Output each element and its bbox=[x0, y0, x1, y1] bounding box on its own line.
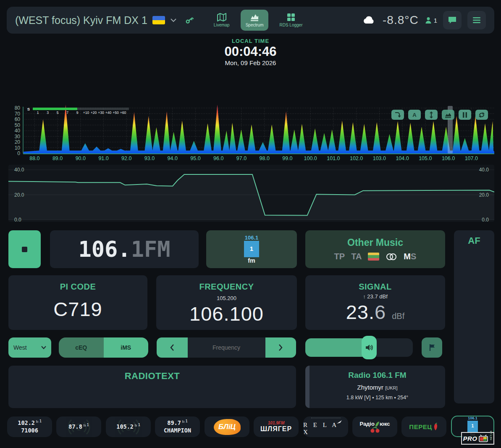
radiotext-title: RADIOTEXT bbox=[8, 371, 296, 382]
tv-icon bbox=[479, 435, 488, 442]
tab-rds-logger[interactable]: RDS Logger bbox=[274, 10, 307, 31]
bird-icon bbox=[336, 420, 342, 424]
svg-text:90.0: 90.0 bbox=[76, 155, 86, 161]
clock-label: LOCAL TIME bbox=[0, 38, 501, 44]
svg-text:+10: +10 bbox=[83, 111, 89, 115]
pi-code-card: PI CODE C719 bbox=[8, 275, 147, 330]
preset-perec[interactable]: ПЕРЕЦ bbox=[401, 416, 446, 437]
frequency-title: FREQUENCY bbox=[156, 282, 297, 292]
svg-text:103.0: 103.0 bbox=[373, 155, 386, 161]
vertical-scale-button[interactable] bbox=[425, 110, 438, 120]
preset-radio-lux[interactable]: Радіо юкс bbox=[352, 416, 397, 437]
preset-shlyager[interactable]: 101.9FM ШЛЯГЕР bbox=[254, 416, 299, 437]
svg-text:97.0: 97.0 bbox=[236, 155, 247, 161]
antenna-icon bbox=[83, 424, 87, 427]
ims-button[interactable]: iMS bbox=[104, 337, 149, 358]
station-logo-card: 106.1 1 fm bbox=[206, 230, 297, 268]
scan-down-button[interactable] bbox=[391, 110, 404, 120]
protv-watermark: PRO NET.UA bbox=[461, 432, 494, 445]
svg-text:0: 0 bbox=[17, 150, 20, 156]
antenna-icon bbox=[36, 420, 39, 423]
svg-text:50: 50 bbox=[15, 122, 21, 128]
svg-text:+20: +20 bbox=[91, 111, 97, 115]
af-list-panel: AF bbox=[454, 230, 494, 403]
station-info-card: Radio 106.1 FM Zhytomyr [UKR] 1.8 kW [V]… bbox=[305, 366, 445, 408]
volume-fill bbox=[305, 338, 368, 357]
stop-icon bbox=[22, 247, 27, 252]
s-meter: S13579+10+20+30+40+50+60 bbox=[27, 107, 129, 115]
svg-text:40.0: 40.0 bbox=[479, 167, 489, 173]
tab-spectrum[interactable]: Spectrum bbox=[241, 10, 269, 31]
frequency-secondary: 105.200 bbox=[156, 295, 297, 301]
antenna-select[interactable]: West bbox=[8, 337, 51, 358]
stop-playback-button[interactable] bbox=[8, 230, 41, 268]
frequency-down-button[interactable] bbox=[157, 337, 188, 358]
svg-text:0.0: 0.0 bbox=[14, 217, 21, 222]
volume-slider[interactable] bbox=[305, 338, 413, 357]
tab-spectrum-label: Spectrum bbox=[246, 23, 264, 27]
scrollbar[interactable] bbox=[305, 366, 310, 408]
af-title: AF bbox=[454, 235, 494, 246]
tab-livemap[interactable]: Livemap bbox=[209, 10, 235, 31]
perec-logo: ПЕРЕЦ bbox=[409, 422, 438, 432]
clock-time: 00:04:46 bbox=[0, 44, 501, 59]
station-details: 1.8 kW [V] ▪ 125 km ▪ 254° bbox=[310, 395, 445, 401]
frequency-display-main: 106. bbox=[78, 237, 131, 262]
shlyager-frequency: 101.9FM bbox=[268, 421, 284, 425]
tab-rds-logger-label: RDS Logger bbox=[279, 23, 302, 27]
tab-livemap-label: Livemap bbox=[214, 23, 230, 27]
preset-102-2[interactable]: 102.21 71006 bbox=[7, 416, 52, 437]
frequency-value: 106.100 bbox=[156, 302, 297, 325]
eq-ims-toggle: cEQ iMS bbox=[59, 337, 148, 358]
graph-style-button[interactable] bbox=[442, 110, 454, 120]
spectrum-y-labels: 01020304050607080 bbox=[15, 105, 21, 156]
svg-text:40: 40 bbox=[15, 128, 21, 134]
local-clock: LOCAL TIME 00:04:46 Mon, 09 Feb 2026 bbox=[0, 38, 501, 66]
svg-text:99.0: 99.0 bbox=[282, 155, 292, 161]
tp-flag: TP bbox=[334, 252, 345, 261]
spectrum-toolbar: A bbox=[391, 110, 488, 120]
frequency-display: 106.1FM bbox=[50, 230, 199, 268]
chat-button[interactable] bbox=[443, 11, 462, 29]
ceq-button[interactable]: cEQ bbox=[59, 337, 104, 358]
weather-cloud-icon bbox=[362, 15, 377, 25]
server-title[interactable]: (WEST focus) Kyiv FM DX 1 bbox=[15, 14, 147, 26]
hamburger-icon bbox=[472, 17, 481, 24]
map-icon bbox=[217, 13, 226, 21]
chat-icon bbox=[448, 16, 457, 24]
report-flag-button[interactable] bbox=[422, 337, 442, 358]
menu-button[interactable] bbox=[467, 11, 486, 29]
svg-text:70: 70 bbox=[15, 111, 21, 117]
chevron-right-icon bbox=[278, 344, 283, 351]
pi-code-title: PI CODE bbox=[8, 282, 147, 292]
fm-dx-app: (WEST focus) Kyiv FM DX 1 Livemap Spec bbox=[0, 0, 501, 448]
svg-text:1: 1 bbox=[37, 111, 39, 115]
refresh-button[interactable] bbox=[475, 110, 488, 120]
flag-icon bbox=[429, 344, 435, 351]
preset-relax[interactable]: R E L A X bbox=[303, 416, 348, 437]
station-name: Radio 106.1 FM bbox=[310, 371, 445, 380]
svg-text:+60: +60 bbox=[120, 111, 126, 115]
chevron-down-icon[interactable] bbox=[170, 18, 177, 22]
auto-mode-button[interactable]: A bbox=[408, 110, 421, 120]
signal-title: SIGNAL bbox=[305, 282, 445, 292]
svg-text:102.0: 102.0 bbox=[350, 155, 363, 161]
frequency-input[interactable] bbox=[188, 337, 265, 358]
frequency-card: FREQUENCY 105.200 106.100 bbox=[156, 275, 297, 330]
preset-105-2[interactable]: 105.21 bbox=[106, 416, 151, 437]
ta-flag: TA bbox=[351, 252, 362, 261]
volume-thumb[interactable] bbox=[362, 336, 377, 359]
preset-champion[interactable]: 89.71 CHAMPION bbox=[155, 416, 200, 437]
pause-button[interactable] bbox=[459, 110, 471, 120]
lithuania-flag-icon bbox=[368, 253, 379, 261]
svg-text:0.0: 0.0 bbox=[482, 217, 489, 222]
svg-text:92.0: 92.0 bbox=[121, 155, 131, 161]
station-country: [UKR] bbox=[385, 385, 397, 390]
cherries-icon bbox=[369, 427, 381, 433]
frequency-up-button[interactable] bbox=[265, 337, 296, 358]
svg-text:S: S bbox=[27, 107, 30, 111]
key-icon[interactable] bbox=[184, 15, 194, 25]
preset-blitz[interactable]: БЛіЦ bbox=[205, 416, 249, 437]
preset-87-8[interactable]: 87.81 bbox=[56, 416, 101, 437]
frequency-display-sub: 1FM bbox=[131, 237, 170, 262]
